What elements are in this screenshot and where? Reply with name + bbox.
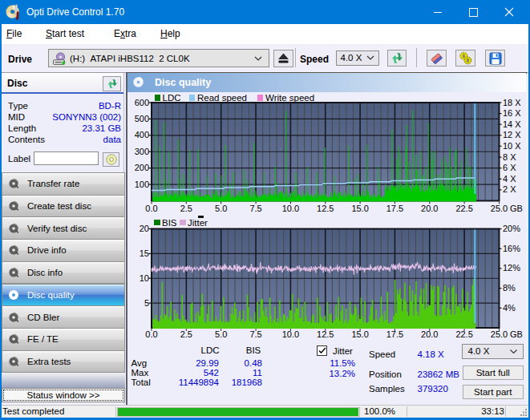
svg-text:14 X: 14 X: [503, 119, 521, 129]
svg-text:10 X: 10 X: [503, 141, 521, 151]
svg-text:GB: GB: [510, 204, 523, 213]
svg-text:12%: 12%: [503, 263, 520, 273]
svg-text:12.5: 12.5: [317, 204, 334, 213]
svg-text:5: 5: [144, 298, 149, 308]
svg-text:5.0: 5.0: [215, 204, 227, 213]
svg-text:500: 500: [135, 114, 149, 123]
svg-text:10: 10: [140, 273, 149, 283]
svg-text:300: 300: [135, 147, 149, 156]
svg-text:16%: 16%: [503, 244, 520, 253]
svg-text:7.5: 7.5: [249, 204, 261, 213]
svg-text:0.0: 0.0: [145, 204, 157, 213]
svg-text:400: 400: [135, 130, 149, 139]
svg-text:22.5: 22.5: [455, 204, 472, 213]
svg-text:20: 20: [140, 224, 149, 233]
svg-text:8%: 8%: [503, 283, 516, 293]
svg-text:20%: 20%: [503, 224, 520, 233]
svg-text:10.0: 10.0: [282, 204, 299, 213]
svg-text:15: 15: [140, 248, 149, 258]
svg-text:18 X: 18 X: [503, 98, 521, 107]
svg-text:200: 200: [135, 163, 149, 172]
svg-text:4 X: 4 X: [503, 174, 516, 184]
svg-text:2 X: 2 X: [503, 184, 516, 194]
svg-text:20.0: 20.0: [421, 204, 438, 213]
svg-text:6 X: 6 X: [503, 163, 516, 172]
svg-text:GB: GB: [510, 329, 523, 339]
svg-text:100: 100: [135, 180, 149, 189]
svg-text:17.5: 17.5: [386, 204, 403, 213]
svg-text:15.0: 15.0: [351, 204, 368, 213]
svg-text:2.5: 2.5: [180, 204, 192, 213]
svg-text:16 X: 16 X: [503, 108, 521, 118]
svg-text:25.0: 25.0: [491, 204, 508, 213]
svg-text:4%: 4%: [503, 303, 516, 313]
svg-text:12 X: 12 X: [503, 130, 521, 139]
svg-text:600: 600: [135, 98, 149, 107]
svg-text:8 X: 8 X: [503, 152, 516, 162]
